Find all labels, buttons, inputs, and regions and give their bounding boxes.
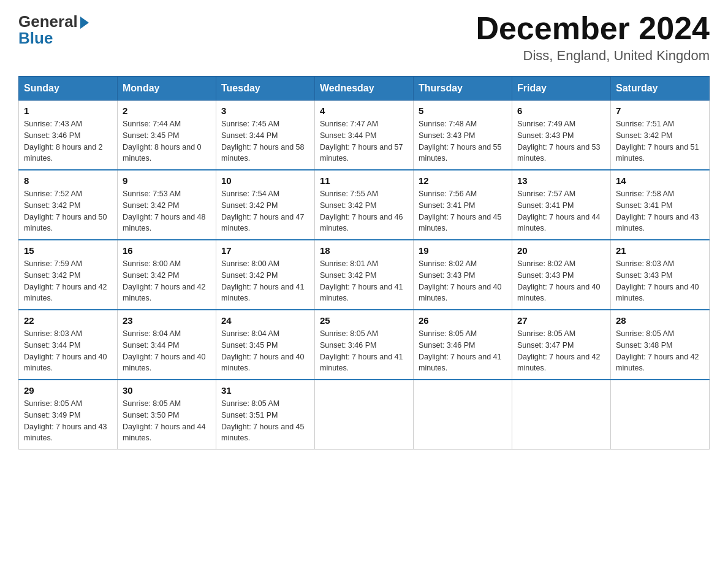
day-number: 4 bbox=[320, 105, 408, 116]
day-info: Sunrise: 8:03 AMSunset: 3:43 PMDaylight:… bbox=[616, 258, 704, 304]
day-info: Sunrise: 8:02 AMSunset: 3:43 PMDaylight:… bbox=[517, 258, 605, 304]
day-number: 28 bbox=[616, 315, 704, 326]
calendar-cell: 6Sunrise: 7:49 AMSunset: 3:43 PMDaylight… bbox=[512, 101, 611, 170]
page-header: General Blue December 2024 Diss, England… bbox=[18, 12, 710, 64]
calendar-cell: 12Sunrise: 7:56 AMSunset: 3:41 PMDayligh… bbox=[414, 170, 512, 240]
day-number: 20 bbox=[517, 245, 605, 256]
day-number: 30 bbox=[123, 385, 211, 396]
week-row-1: 1Sunrise: 7:43 AMSunset: 3:46 PMDaylight… bbox=[19, 101, 710, 170]
calendar-cell bbox=[512, 380, 611, 450]
day-info: Sunrise: 8:05 AMSunset: 3:47 PMDaylight:… bbox=[517, 328, 605, 374]
calendar-cell: 1Sunrise: 7:43 AMSunset: 3:46 PMDaylight… bbox=[19, 101, 118, 170]
day-number: 15 bbox=[24, 245, 112, 256]
day-number: 3 bbox=[221, 105, 309, 116]
calendar-cell: 29Sunrise: 8:05 AMSunset: 3:49 PMDayligh… bbox=[19, 380, 118, 450]
day-number: 7 bbox=[616, 105, 704, 116]
day-header-monday: Monday bbox=[118, 77, 216, 101]
calendar-cell: 8Sunrise: 7:52 AMSunset: 3:42 PMDaylight… bbox=[19, 170, 118, 240]
day-number: 17 bbox=[221, 245, 309, 256]
day-info: Sunrise: 7:47 AMSunset: 3:44 PMDaylight:… bbox=[320, 118, 408, 164]
day-info: Sunrise: 8:02 AMSunset: 3:43 PMDaylight:… bbox=[419, 258, 507, 304]
calendar-cell: 31Sunrise: 8:05 AMSunset: 3:51 PMDayligh… bbox=[216, 380, 315, 450]
week-row-3: 15Sunrise: 7:59 AMSunset: 3:42 PMDayligh… bbox=[19, 240, 710, 310]
week-row-2: 8Sunrise: 7:52 AMSunset: 3:42 PMDaylight… bbox=[19, 170, 710, 240]
calendar-cell: 5Sunrise: 7:48 AMSunset: 3:43 PMDaylight… bbox=[414, 101, 512, 170]
day-number: 6 bbox=[517, 105, 605, 116]
day-number: 24 bbox=[221, 315, 309, 326]
day-number: 25 bbox=[320, 315, 408, 326]
day-info: Sunrise: 8:00 AMSunset: 3:42 PMDaylight:… bbox=[123, 258, 211, 304]
day-number: 22 bbox=[24, 315, 112, 326]
location-text: Diss, England, United Kingdom bbox=[476, 48, 710, 64]
day-info: Sunrise: 7:53 AMSunset: 3:42 PMDaylight:… bbox=[123, 188, 211, 234]
calendar-cell: 26Sunrise: 8:05 AMSunset: 3:46 PMDayligh… bbox=[414, 310, 512, 380]
day-info: Sunrise: 8:00 AMSunset: 3:42 PMDaylight:… bbox=[221, 258, 309, 304]
calendar-cell: 18Sunrise: 8:01 AMSunset: 3:42 PMDayligh… bbox=[315, 240, 414, 310]
day-info: Sunrise: 8:05 AMSunset: 3:49 PMDaylight:… bbox=[24, 398, 112, 444]
day-number: 29 bbox=[24, 385, 112, 396]
week-row-5: 29Sunrise: 8:05 AMSunset: 3:49 PMDayligh… bbox=[19, 380, 710, 450]
day-number: 12 bbox=[419, 175, 507, 186]
day-info: Sunrise: 8:01 AMSunset: 3:42 PMDaylight:… bbox=[320, 258, 408, 304]
day-header-sunday: Sunday bbox=[19, 77, 118, 101]
day-number: 2 bbox=[123, 105, 211, 116]
calendar-table: SundayMondayTuesdayWednesdayThursdayFrid… bbox=[18, 76, 710, 450]
calendar-cell bbox=[315, 380, 414, 450]
calendar-cell: 30Sunrise: 8:05 AMSunset: 3:50 PMDayligh… bbox=[118, 380, 216, 450]
calendar-cell bbox=[414, 380, 512, 450]
calendar-cell: 14Sunrise: 7:58 AMSunset: 3:41 PMDayligh… bbox=[611, 170, 710, 240]
day-header-tuesday: Tuesday bbox=[216, 77, 315, 101]
day-info: Sunrise: 7:49 AMSunset: 3:43 PMDaylight:… bbox=[517, 118, 605, 164]
day-number: 23 bbox=[123, 315, 211, 326]
calendar-cell: 23Sunrise: 8:04 AMSunset: 3:44 PMDayligh… bbox=[118, 310, 216, 380]
day-info: Sunrise: 8:03 AMSunset: 3:44 PMDaylight:… bbox=[24, 328, 112, 374]
calendar-cell bbox=[611, 380, 710, 450]
day-number: 14 bbox=[616, 175, 704, 186]
calendar-cell: 7Sunrise: 7:51 AMSunset: 3:42 PMDaylight… bbox=[611, 101, 710, 170]
day-number: 8 bbox=[24, 175, 112, 186]
calendar-cell: 16Sunrise: 8:00 AMSunset: 3:42 PMDayligh… bbox=[118, 240, 216, 310]
day-info: Sunrise: 8:05 AMSunset: 3:48 PMDaylight:… bbox=[616, 328, 704, 374]
day-info: Sunrise: 8:05 AMSunset: 3:50 PMDaylight:… bbox=[123, 398, 211, 444]
day-info: Sunrise: 7:48 AMSunset: 3:43 PMDaylight:… bbox=[419, 118, 507, 164]
calendar-cell: 11Sunrise: 7:55 AMSunset: 3:42 PMDayligh… bbox=[315, 170, 414, 240]
calendar-cell: 22Sunrise: 8:03 AMSunset: 3:44 PMDayligh… bbox=[19, 310, 118, 380]
day-number: 10 bbox=[221, 175, 309, 186]
day-number: 21 bbox=[616, 245, 704, 256]
day-info: Sunrise: 7:44 AMSunset: 3:45 PMDaylight:… bbox=[123, 118, 211, 164]
day-header-saturday: Saturday bbox=[611, 77, 710, 101]
day-header-friday: Friday bbox=[512, 77, 611, 101]
calendar-cell: 27Sunrise: 8:05 AMSunset: 3:47 PMDayligh… bbox=[512, 310, 611, 380]
logo-arrow-icon bbox=[80, 17, 89, 29]
logo: General Blue bbox=[18, 12, 89, 48]
day-info: Sunrise: 8:05 AMSunset: 3:51 PMDaylight:… bbox=[221, 398, 309, 444]
calendar-cell: 25Sunrise: 8:05 AMSunset: 3:46 PMDayligh… bbox=[315, 310, 414, 380]
calendar-cell: 20Sunrise: 8:02 AMSunset: 3:43 PMDayligh… bbox=[512, 240, 611, 310]
day-info: Sunrise: 7:51 AMSunset: 3:42 PMDaylight:… bbox=[616, 118, 704, 164]
calendar-cell: 21Sunrise: 8:03 AMSunset: 3:43 PMDayligh… bbox=[611, 240, 710, 310]
day-info: Sunrise: 8:04 AMSunset: 3:45 PMDaylight:… bbox=[221, 328, 309, 374]
day-info: Sunrise: 7:59 AMSunset: 3:42 PMDaylight:… bbox=[24, 258, 112, 304]
day-info: Sunrise: 7:57 AMSunset: 3:41 PMDaylight:… bbox=[517, 188, 605, 234]
calendar-cell: 19Sunrise: 8:02 AMSunset: 3:43 PMDayligh… bbox=[414, 240, 512, 310]
day-number: 16 bbox=[123, 245, 211, 256]
calendar-cell: 4Sunrise: 7:47 AMSunset: 3:44 PMDaylight… bbox=[315, 101, 414, 170]
calendar-cell: 9Sunrise: 7:53 AMSunset: 3:42 PMDaylight… bbox=[118, 170, 216, 240]
day-number: 13 bbox=[517, 175, 605, 186]
day-header-wednesday: Wednesday bbox=[315, 77, 414, 101]
day-number: 19 bbox=[419, 245, 507, 256]
title-section: December 2024 Diss, England, United King… bbox=[476, 12, 710, 64]
calendar-cell: 28Sunrise: 8:05 AMSunset: 3:48 PMDayligh… bbox=[611, 310, 710, 380]
day-info: Sunrise: 7:52 AMSunset: 3:42 PMDaylight:… bbox=[24, 188, 112, 234]
calendar-cell: 3Sunrise: 7:45 AMSunset: 3:44 PMDaylight… bbox=[216, 101, 315, 170]
week-row-4: 22Sunrise: 8:03 AMSunset: 3:44 PMDayligh… bbox=[19, 310, 710, 380]
day-info: Sunrise: 8:05 AMSunset: 3:46 PMDaylight:… bbox=[320, 328, 408, 374]
calendar-cell: 15Sunrise: 7:59 AMSunset: 3:42 PMDayligh… bbox=[19, 240, 118, 310]
day-info: Sunrise: 7:56 AMSunset: 3:41 PMDaylight:… bbox=[419, 188, 507, 234]
day-number: 18 bbox=[320, 245, 408, 256]
calendar-cell: 13Sunrise: 7:57 AMSunset: 3:41 PMDayligh… bbox=[512, 170, 611, 240]
day-info: Sunrise: 8:04 AMSunset: 3:44 PMDaylight:… bbox=[123, 328, 211, 374]
day-number: 26 bbox=[419, 315, 507, 326]
day-number: 1 bbox=[24, 105, 112, 116]
day-number: 27 bbox=[517, 315, 605, 326]
